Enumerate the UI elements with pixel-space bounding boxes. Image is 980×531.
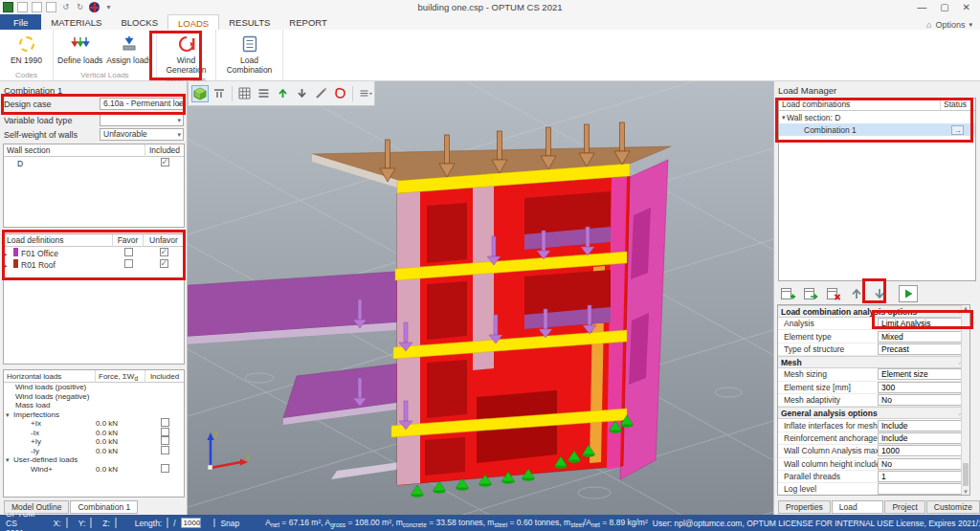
redo-icon[interactable]: ↻ xyxy=(75,2,85,12)
favor-checkbox[interactable] xyxy=(124,248,133,256)
section-header[interactable]: Load combination analysis options︿ xyxy=(778,305,969,318)
expand-icon[interactable]: ▸ xyxy=(4,251,11,258)
tab-report[interactable]: REPORT xyxy=(279,14,336,30)
undo-icon[interactable]: ↺ xyxy=(60,2,71,12)
hl-row[interactable]: Wind+ 0.0 kN xyxy=(4,465,184,475)
analysis-dropdown[interactable]: Limit Analysis▾ xyxy=(878,318,968,329)
hl-row[interactable]: -Iy 0.0 kN xyxy=(4,447,184,456)
options-menu[interactable]: Options xyxy=(935,20,965,30)
wall-column-max-width-input[interactable]: 1000 xyxy=(878,445,968,456)
combination-item-row[interactable]: Combination 1 → xyxy=(779,123,975,136)
load-manager-toolbar xyxy=(778,285,918,302)
tab-file[interactable]: File xyxy=(0,14,41,30)
view-menu-icon[interactable] xyxy=(357,85,374,102)
load-definition-row[interactable]: ▸R01 Roof xyxy=(4,258,184,270)
3d-model-canvas[interactable]: Z X xyxy=(188,81,773,515)
self-weight-dropdown[interactable]: Unfavorable▾ xyxy=(100,128,184,141)
section-header[interactable]: Mesh︿ xyxy=(778,356,969,368)
status-run-arrow-icon[interactable]: → xyxy=(951,125,964,135)
tab-project[interactable]: Project xyxy=(884,500,924,514)
tab-materials[interactable]: MATERIALS xyxy=(41,14,111,30)
x-coordinate-label: X: xyxy=(54,519,61,528)
stack-lines-icon[interactable] xyxy=(256,85,273,102)
unfavor-checkbox[interactable] xyxy=(160,259,168,268)
wall-section-group-row[interactable]: ▾ Wall section: D xyxy=(779,111,975,123)
z-coordinate-input[interactable] xyxy=(115,518,117,528)
options-scrollbar[interactable]: ▲▼ xyxy=(961,305,969,495)
language-flag-icon[interactable] xyxy=(89,2,100,12)
included-checkbox[interactable] xyxy=(161,158,169,166)
maximize-button[interactable]: ▢ xyxy=(940,2,948,12)
included-checkbox[interactable] xyxy=(161,436,169,445)
tab-results[interactable]: RESULTS xyxy=(219,14,279,30)
element-type-dropdown[interactable]: Mixed▾ xyxy=(878,331,968,343)
x-coordinate-input[interactable] xyxy=(66,518,68,528)
top-view-icon[interactable] xyxy=(211,85,228,102)
variable-load-type-dropdown[interactable]: ▾ xyxy=(100,114,184,126)
inflate-interfaces-dropdown[interactable]: Include▾ xyxy=(878,420,968,431)
hl-row[interactable]: Mass load xyxy=(4,401,184,410)
expand-icon[interactable]: ▸ xyxy=(4,262,11,270)
analysis-options-table: Load combination analysis options︿ Analy… xyxy=(777,304,970,496)
model-viewport[interactable]: Z X xyxy=(188,81,773,515)
hl-row[interactable]: Wind loads (positive) xyxy=(4,383,184,392)
included-checkbox[interactable] xyxy=(161,428,169,436)
grid-size-spinner[interactable]: 1000 xyxy=(181,518,202,528)
included-checkbox[interactable] xyxy=(161,464,169,473)
delete-combination-icon[interactable] xyxy=(824,285,843,302)
move-up-icon[interactable] xyxy=(847,285,866,302)
run-analysis-icon[interactable] xyxy=(899,285,918,302)
unfavor-checkbox[interactable] xyxy=(160,248,168,256)
snap-checkbox[interactable] xyxy=(213,519,215,527)
wall-section-row-d[interactable]: D xyxy=(4,157,184,169)
wind-generation-button[interactable]: Wind Generation xyxy=(159,32,213,75)
collapse-icon[interactable]: ▾ xyxy=(779,114,787,122)
arrow-up-icon[interactable] xyxy=(275,85,292,102)
tab-loads[interactable]: LOADS xyxy=(167,14,219,30)
mesh-grid-icon[interactable] xyxy=(236,85,254,102)
duplicate-combination-icon[interactable] xyxy=(801,285,820,302)
mesh-adaptivity-dropdown[interactable]: No▾ xyxy=(878,394,968,406)
tab-load-manager[interactable]: Load Manager xyxy=(832,500,884,514)
options-dropdown-arrow-icon[interactable]: ▾ xyxy=(969,21,972,29)
move-down-icon[interactable] xyxy=(870,285,889,302)
save-file-icon[interactable] xyxy=(46,2,56,12)
included-checkbox[interactable] xyxy=(161,446,169,454)
add-combination-icon[interactable] xyxy=(778,285,797,302)
tab-properties[interactable]: Properties xyxy=(778,500,831,514)
section-header[interactable]: General analysis options︿ xyxy=(778,407,969,419)
element-size-input[interactable]: 300 xyxy=(878,382,968,393)
reinforcement-anchorage-dropdown[interactable]: Include▾ xyxy=(878,432,968,444)
tab-combination-1[interactable]: Combination 1 xyxy=(70,500,138,514)
included-checkbox[interactable] xyxy=(161,418,169,427)
mesh-sizing-dropdown[interactable]: Element size▾ xyxy=(878,368,968,380)
view-cube-icon[interactable] xyxy=(191,85,209,102)
load-combination-button[interactable]: Load Combination xyxy=(218,32,280,75)
pin-ribbon-icon[interactable]: ⌂ xyxy=(926,20,931,30)
minimize-button[interactable]: — xyxy=(917,2,926,12)
close-button[interactable]: ✕ xyxy=(963,2,970,12)
open-file-icon[interactable] xyxy=(32,2,42,12)
type-of-structure-dropdown[interactable]: Precast▾ xyxy=(878,343,968,355)
length-input[interactable] xyxy=(167,518,168,528)
tab-blocks[interactable]: BLOCKS xyxy=(111,14,167,30)
quick-access-menu-icon[interactable]: ▾ xyxy=(103,2,114,12)
favor-checkbox[interactable] xyxy=(124,259,133,268)
define-loads-button[interactable]: Define loads xyxy=(56,32,105,70)
design-case-dropdown[interactable]: 6.10a - Permenant load▾ xyxy=(100,98,184,110)
boundary-shape-icon[interactable] xyxy=(331,85,348,102)
collapse-icon[interactable]: ▾ xyxy=(6,411,13,419)
en-1990-button[interactable]: EN 1990 xyxy=(2,32,51,70)
measure-pencil-icon[interactable] xyxy=(312,85,329,102)
assign-loads-button[interactable]: Assign loads xyxy=(105,32,155,70)
log-level-dropdown[interactable]: ▾ xyxy=(878,483,968,495)
y-coordinate-input[interactable] xyxy=(90,518,92,528)
collapse-icon[interactable]: ▾ xyxy=(6,456,13,464)
tab-customize[interactable]: Customize xyxy=(926,500,980,514)
hl-row[interactable]: Wind loads (negative) xyxy=(4,392,184,402)
wall-column-height-dropdown[interactable]: No▾ xyxy=(878,458,968,470)
new-file-icon[interactable] xyxy=(17,2,28,12)
load-definition-row[interactable]: ▸F01 Office xyxy=(4,247,184,258)
parallel-threads-input[interactable]: 1 xyxy=(878,471,968,482)
arrow-down-icon[interactable] xyxy=(293,85,310,102)
